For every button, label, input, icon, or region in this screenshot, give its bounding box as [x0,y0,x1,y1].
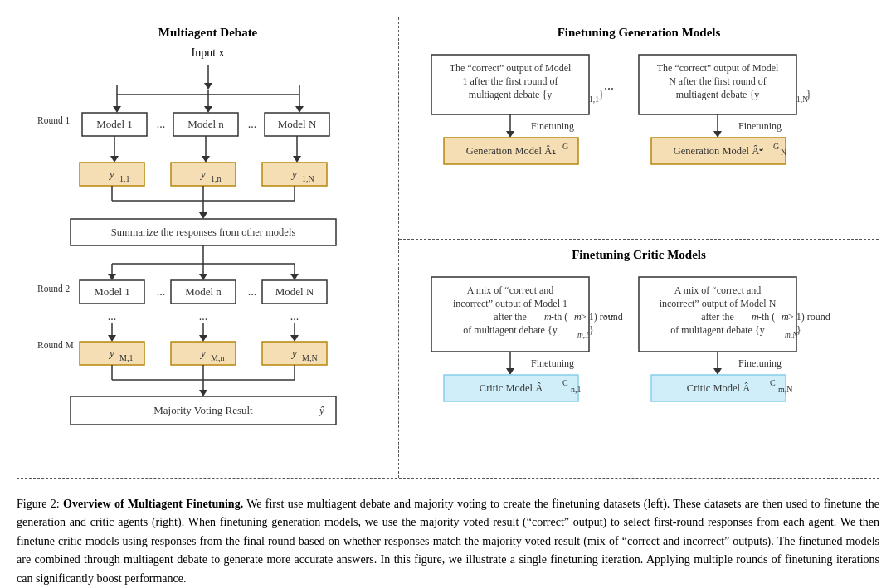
svg-text:A mix of “correct and: A mix of “correct and [674,284,762,296]
svg-text:1,N: 1,N [302,174,314,183]
right-bottom-panel: Finetuning Critic Models A mix of “corre… [399,240,879,478]
svg-text:Model n: Model n [187,118,224,130]
svg-text:-th (: -th ( [758,311,775,323]
svg-text:...: ... [247,285,256,298]
svg-marker-66 [108,335,116,342]
svg-text:Critic Model Â: Critic Model Â [480,382,543,394]
caption-body: We first use multiagent debate and major… [17,498,879,585]
svg-text:after the: after the [701,311,734,323]
svg-text:The “correct” output of Model: The “correct” output of Model [657,62,779,74]
svg-text:m,N: m,N [778,385,793,394]
svg-text:> 1) round: > 1) round [788,311,830,323]
svg-text:Majority Voting Result: Majority Voting Result [153,404,253,416]
svg-text:...: ... [604,305,614,319]
svg-text:1,n: 1,n [211,174,222,183]
svg-marker-106 [713,131,722,138]
right-top-panel: Finetuning Generation Models The “correc… [399,17,879,240]
svg-text:Model n: Model n [185,285,222,298]
svg-text:of multiagent debate {y: of multiagent debate {y [670,324,764,336]
svg-text:A mix of “correct and: A mix of “correct and [467,284,554,296]
left-diagram-svg: Round 1 Model 1 ... Model n ... Model N [34,61,382,459]
svg-marker-68 [199,335,207,342]
svg-text:incorrect” output of Model 1: incorrect” output of Model 1 [453,298,567,309]
right-top-title: Finetuning Generation Models [558,26,721,40]
svg-text:m,1: m,1 [577,331,589,339]
svg-marker-49 [199,274,207,280]
svg-text:-th (: -th ( [551,311,567,323]
svg-text:}: } [599,89,604,100]
svg-text:Finetuning: Finetuning [531,120,574,132]
svg-text:Finetuning: Finetuning [531,357,574,369]
svg-text:y: y [199,168,206,180]
svg-text:Model 1: Model 1 [94,285,130,298]
svg-text:C: C [562,378,568,387]
svg-text:N: N [781,148,786,157]
svg-marker-1 [204,83,212,90]
svg-marker-11 [295,106,304,113]
svg-text:incorrect” output of Model N: incorrect” output of Model N [660,298,777,309]
svg-text:n,1: n,1 [571,385,582,394]
svg-marker-26 [293,156,301,163]
svg-text:y: y [290,347,297,359]
caption-bold-text: Overview of Multiagent Finetuning. [63,498,243,510]
svg-text:Finetuning: Finetuning [738,120,782,132]
caption-fig-label: Figure 2: [17,498,60,510]
right-bottom-svg: A mix of “correct and incorrect” output … [415,269,863,468]
svg-text:M,N: M,N [302,353,318,362]
svg-text:The “correct” output of Model: The “correct” output of Model [450,62,572,74]
svg-marker-7 [113,106,121,113]
svg-text:Model 1: Model 1 [96,118,133,130]
svg-text:1,1: 1,1 [589,95,599,104]
svg-text:y: y [108,347,114,359]
svg-marker-24 [202,156,210,163]
svg-text:Round 1: Round 1 [37,115,71,125]
svg-marker-47 [108,274,116,280]
svg-text:...: ... [604,78,614,92]
svg-marker-22 [110,156,119,163]
svg-text:Summarize the responses from o: Summarize the responses from other model… [110,226,295,238]
svg-marker-51 [290,274,299,280]
svg-text:> 1) round: > 1) round [581,311,623,323]
svg-text:1 after the first round of: 1 after the first round of [463,75,558,87]
svg-text:y: y [199,347,206,359]
svg-text:...: ... [107,310,116,323]
svg-text:G: G [773,142,779,151]
left-panel: Multiagent Debate Input x [17,17,399,478]
svg-text:Generation Model Âᵊ: Generation Model Âᵊ [674,145,763,157]
svg-text:1,1: 1,1 [119,174,130,183]
svg-text:}: } [806,89,811,100]
svg-marker-103 [506,131,514,138]
svg-text:}: } [796,324,801,336]
svg-text:N after the first round of: N after the first round of [669,75,767,87]
svg-marker-139 [506,368,514,375]
svg-marker-85 [199,390,207,396]
svg-text:y: y [290,168,297,180]
diagram-row: Multiagent Debate Input x [17,17,879,479]
left-panel-title: Multiagent Debate [158,26,258,40]
svg-text:Round M: Round M [37,340,74,350]
svg-text:...: ... [156,118,165,130]
right-bottom-title: Finetuning Critic Models [572,248,706,262]
svg-text:...: ... [247,118,256,130]
svg-text:M,n: M,n [211,353,224,362]
svg-marker-9 [204,106,212,113]
svg-text:M,1: M,1 [119,353,133,362]
figure-container: Multiagent Debate Input x [17,17,879,588]
input-label: Input x [191,46,224,60]
svg-text:of multiagent debate {y: of multiagent debate {y [463,324,557,336]
svg-text:Finetuning: Finetuning [738,357,782,369]
svg-text:C: C [770,378,776,387]
svg-text:after the: after the [494,311,527,323]
svg-text:}: } [589,324,594,336]
svg-text:y: y [108,168,114,180]
svg-text:G: G [562,142,568,151]
svg-text:Round 2: Round 2 [37,284,71,294]
svg-text:multiagent debate {y: multiagent debate {y [469,89,552,100]
svg-text:...: ... [198,310,207,323]
svg-text:...: ... [156,285,165,298]
svg-marker-70 [290,335,299,342]
svg-text:Generation Model Â₁: Generation Model Â₁ [466,145,556,157]
figure-caption: Figure 2: Overview of Multiagent Finetun… [17,495,879,588]
svg-text:Model N: Model N [277,118,316,130]
svg-text:...: ... [290,310,299,323]
